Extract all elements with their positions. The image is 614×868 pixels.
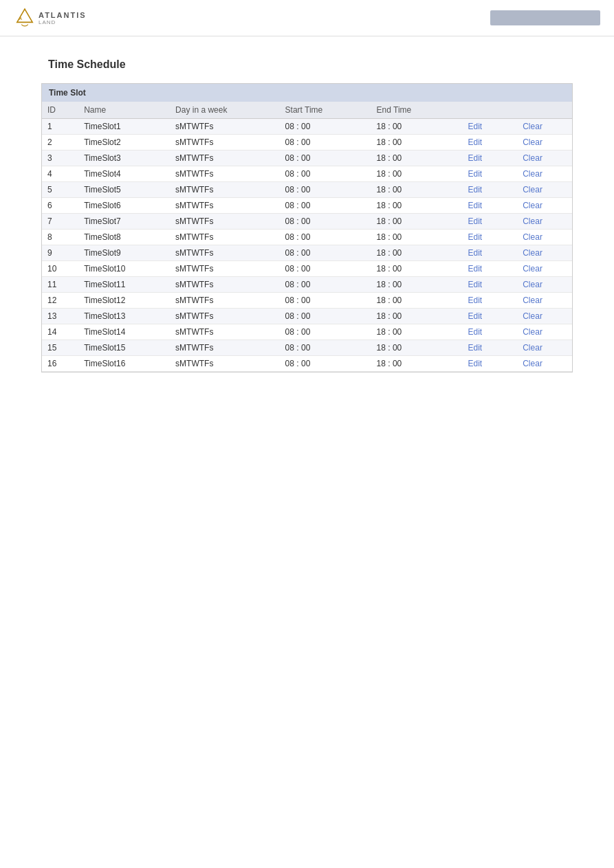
edit-button[interactable]: Edit — [468, 359, 482, 368]
edit-button[interactable]: Edit — [468, 122, 482, 131]
cell-start-time: 08 : 00 — [280, 151, 371, 166]
page-header: A ATLANTIS LAND — [0, 0, 614, 36]
cell-day: sMTWTFs — [170, 245, 280, 261]
cell-name: TimeSlot9 — [78, 245, 170, 261]
cell-clear: Clear — [517, 324, 572, 340]
cell-day: sMTWTFs — [170, 277, 280, 293]
table-row: 6TimeSlot6sMTWTFs08 : 0018 : 00EditClear — [42, 198, 572, 214]
cell-edit: Edit — [462, 230, 517, 245]
clear-button[interactable]: Clear — [523, 153, 542, 163]
edit-button[interactable]: Edit — [468, 169, 482, 179]
cell-clear: Clear — [517, 356, 572, 372]
cell-id: 14 — [42, 324, 78, 340]
cell-clear: Clear — [517, 119, 572, 135]
cell-edit: Edit — [462, 277, 517, 293]
cell-edit: Edit — [462, 245, 517, 261]
edit-button[interactable]: Edit — [468, 232, 482, 242]
cell-edit: Edit — [462, 119, 517, 135]
cell-start-time: 08 : 00 — [280, 261, 371, 277]
cell-name: TimeSlot4 — [78, 166, 170, 182]
cell-id: 11 — [42, 277, 78, 293]
clear-button[interactable]: Clear — [523, 311, 542, 321]
cell-clear: Clear — [517, 309, 572, 324]
cell-day: sMTWTFs — [170, 230, 280, 245]
cell-name: TimeSlot3 — [78, 151, 170, 166]
edit-button[interactable]: Edit — [468, 153, 482, 163]
clear-button[interactable]: Clear — [523, 264, 542, 274]
cell-day: sMTWTFs — [170, 151, 280, 166]
col-header-day: Day in a week — [170, 102, 280, 119]
cell-clear: Clear — [517, 245, 572, 261]
edit-button[interactable]: Edit — [468, 343, 482, 353]
edit-button[interactable]: Edit — [468, 185, 482, 194]
edit-button[interactable]: Edit — [468, 311, 482, 321]
cell-id: 10 — [42, 261, 78, 277]
cell-name: TimeSlot7 — [78, 214, 170, 230]
cell-end-time: 18 : 00 — [371, 198, 463, 214]
cell-end-time: 18 : 00 — [371, 309, 463, 324]
clear-button[interactable]: Clear — [523, 280, 542, 289]
cell-end-time: 18 : 00 — [371, 293, 463, 309]
cell-edit: Edit — [462, 356, 517, 372]
table-row: 16TimeSlot16sMTWTFs08 : 0018 : 00EditCle… — [42, 356, 572, 372]
edit-button[interactable]: Edit — [468, 137, 482, 147]
clear-button[interactable]: Clear — [523, 232, 542, 242]
time-schedule-table: ID Name Day in a week Start Time End Tim… — [42, 102, 572, 372]
cell-id: 1 — [42, 119, 78, 135]
cell-name: TimeSlot12 — [78, 293, 170, 309]
clear-button[interactable]: Clear — [523, 137, 542, 147]
cell-day: sMTWTFs — [170, 309, 280, 324]
table-column-headers: ID Name Day in a week Start Time End Tim… — [42, 102, 572, 119]
cell-edit: Edit — [462, 198, 517, 214]
cell-day: sMTWTFs — [170, 182, 280, 198]
cell-start-time: 08 : 00 — [280, 166, 371, 182]
cell-clear: Clear — [517, 135, 572, 151]
cell-start-time: 08 : 00 — [280, 119, 371, 135]
table-row: 3TimeSlot3sMTWTFs08 : 0018 : 00EditClear — [42, 151, 572, 166]
svg-text:A: A — [19, 16, 22, 21]
clear-button[interactable]: Clear — [523, 343, 542, 353]
clear-button[interactable]: Clear — [523, 248, 542, 258]
cell-edit: Edit — [462, 214, 517, 230]
cell-day: sMTWTFs — [170, 166, 280, 182]
cell-clear: Clear — [517, 182, 572, 198]
cell-id: 13 — [42, 309, 78, 324]
table-body: 1TimeSlot1sMTWTFs08 : 0018 : 00EditClear… — [42, 119, 572, 372]
cell-day: sMTWTFs — [170, 356, 280, 372]
table-row: 10TimeSlot10sMTWTFs08 : 0018 : 00EditCle… — [42, 261, 572, 277]
edit-button[interactable]: Edit — [468, 216, 482, 226]
cell-name: TimeSlot1 — [78, 119, 170, 135]
cell-end-time: 18 : 00 — [371, 166, 463, 182]
header-nav-bar — [490, 10, 600, 25]
clear-button[interactable]: Clear — [523, 216, 542, 226]
edit-button[interactable]: Edit — [468, 248, 482, 258]
edit-button[interactable]: Edit — [468, 264, 482, 274]
edit-button[interactable]: Edit — [468, 280, 482, 289]
col-header-id: ID — [42, 102, 78, 119]
clear-button[interactable]: Clear — [523, 327, 542, 337]
cell-end-time: 18 : 00 — [371, 151, 463, 166]
edit-button[interactable]: Edit — [468, 296, 482, 305]
cell-end-time: 18 : 00 — [371, 261, 463, 277]
cell-start-time: 08 : 00 — [280, 182, 371, 198]
clear-button[interactable]: Clear — [523, 185, 542, 194]
cell-start-time: 08 : 00 — [280, 198, 371, 214]
section-title: Time Schedule — [41, 50, 573, 76]
edit-button[interactable]: Edit — [468, 201, 482, 210]
table-row: 8TimeSlot8sMTWTFs08 : 0018 : 00EditClear — [42, 230, 572, 245]
cell-edit: Edit — [462, 293, 517, 309]
cell-start-time: 08 : 00 — [280, 340, 371, 356]
cell-id: 5 — [42, 182, 78, 198]
clear-button[interactable]: Clear — [523, 359, 542, 368]
cell-edit: Edit — [462, 166, 517, 182]
cell-end-time: 18 : 00 — [371, 119, 463, 135]
edit-button[interactable]: Edit — [468, 327, 482, 337]
table-row: 2TimeSlot2sMTWTFs08 : 0018 : 00EditClear — [42, 135, 572, 151]
clear-button[interactable]: Clear — [523, 296, 542, 305]
clear-button[interactable]: Clear — [523, 201, 542, 210]
table-row: 11TimeSlot11sMTWTFs08 : 0018 : 00EditCle… — [42, 277, 572, 293]
cell-end-time: 18 : 00 — [371, 135, 463, 151]
clear-button[interactable]: Clear — [523, 169, 542, 179]
clear-button[interactable]: Clear — [523, 122, 542, 131]
cell-id: 4 — [42, 166, 78, 182]
